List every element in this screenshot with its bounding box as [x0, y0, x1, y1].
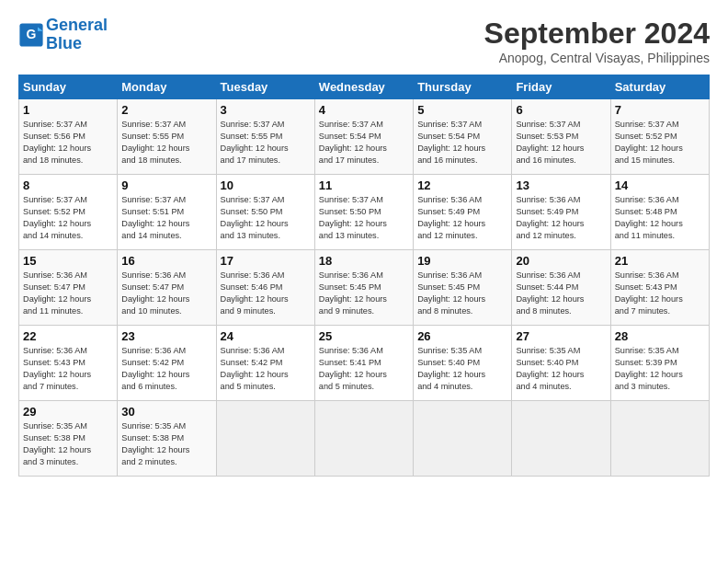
day-number: 27 [516, 329, 606, 343]
day-info: Sunrise: 5:35 AM Sunset: 5:40 PM Dayligh… [417, 345, 507, 393]
page-header: G General Blue September 2024 Anopog, Ce… [18, 17, 710, 65]
calendar-cell: 23Sunrise: 5:36 AM Sunset: 5:42 PM Dayli… [118, 326, 216, 401]
day-number: 9 [121, 178, 211, 192]
day-number: 5 [417, 103, 507, 117]
calendar-week-row: 22Sunrise: 5:36 AM Sunset: 5:43 PM Dayli… [19, 326, 710, 401]
day-info: Sunrise: 5:37 AM Sunset: 5:52 PM Dayligh… [615, 119, 705, 167]
day-info: Sunrise: 5:37 AM Sunset: 5:50 PM Dayligh… [319, 194, 409, 242]
day-number: 18 [319, 254, 409, 268]
day-number: 13 [516, 178, 606, 192]
day-number: 23 [121, 329, 211, 343]
calendar-table: Sunday Monday Tuesday Wednesday Thursday… [18, 75, 710, 477]
calendar-cell: 7Sunrise: 5:37 AM Sunset: 5:52 PM Daylig… [610, 99, 709, 175]
day-info: Sunrise: 5:35 AM Sunset: 5:39 PM Dayligh… [615, 345, 705, 393]
svg-text:G: G [27, 27, 37, 41]
calendar-cell: 6Sunrise: 5:37 AM Sunset: 5:53 PM Daylig… [512, 99, 610, 175]
calendar-cell: 20Sunrise: 5:36 AM Sunset: 5:44 PM Dayli… [512, 250, 610, 326]
day-info: Sunrise: 5:37 AM Sunset: 5:54 PM Dayligh… [319, 119, 409, 167]
day-info: Sunrise: 5:35 AM Sunset: 5:38 PM Dayligh… [23, 420, 113, 468]
calendar-cell: 14Sunrise: 5:36 AM Sunset: 5:48 PM Dayli… [610, 175, 709, 250]
day-info: Sunrise: 5:36 AM Sunset: 5:43 PM Dayligh… [615, 270, 705, 317]
calendar-cell: 16Sunrise: 5:36 AM Sunset: 5:47 PM Dayli… [118, 250, 216, 326]
location: Anopog, Central Visayas, Philippines [484, 51, 710, 65]
calendar-cell [610, 401, 709, 477]
calendar-cell: 17Sunrise: 5:36 AM Sunset: 5:46 PM Dayli… [216, 250, 314, 326]
calendar-cell: 19Sunrise: 5:36 AM Sunset: 5:45 PM Dayli… [414, 250, 512, 326]
day-number: 20 [516, 254, 606, 268]
day-info: Sunrise: 5:36 AM Sunset: 5:41 PM Dayligh… [319, 345, 409, 393]
day-info: Sunrise: 5:36 AM Sunset: 5:46 PM Dayligh… [221, 270, 311, 317]
day-info: Sunrise: 5:37 AM Sunset: 5:54 PM Dayligh… [417, 119, 507, 167]
day-number: 3 [221, 103, 311, 117]
month-title: September 2024 [484, 17, 710, 51]
day-number: 14 [615, 178, 705, 192]
calendar-cell: 8Sunrise: 5:37 AM Sunset: 5:52 PM Daylig… [19, 175, 118, 250]
calendar-cell: 30Sunrise: 5:35 AM Sunset: 5:38 PM Dayli… [118, 401, 216, 477]
day-number: 26 [417, 329, 507, 343]
day-info: Sunrise: 5:36 AM Sunset: 5:42 PM Dayligh… [221, 345, 311, 393]
day-info: Sunrise: 5:36 AM Sunset: 5:48 PM Dayligh… [615, 194, 705, 242]
calendar-cell: 28Sunrise: 5:35 AM Sunset: 5:39 PM Dayli… [610, 326, 709, 401]
day-info: Sunrise: 5:37 AM Sunset: 5:56 PM Dayligh… [23, 119, 113, 167]
day-info: Sunrise: 5:37 AM Sunset: 5:50 PM Dayligh… [221, 194, 311, 242]
day-info: Sunrise: 5:36 AM Sunset: 5:45 PM Dayligh… [417, 270, 507, 317]
day-info: Sunrise: 5:36 AM Sunset: 5:45 PM Dayligh… [319, 270, 409, 317]
calendar-cell: 13Sunrise: 5:36 AM Sunset: 5:49 PM Dayli… [512, 175, 610, 250]
day-number: 1 [23, 103, 113, 117]
calendar-cell: 22Sunrise: 5:36 AM Sunset: 5:43 PM Dayli… [19, 326, 118, 401]
calendar-cell [216, 401, 314, 477]
col-tuesday: Tuesday [216, 75, 314, 99]
calendar-cell: 21Sunrise: 5:36 AM Sunset: 5:43 PM Dayli… [610, 250, 709, 326]
col-wednesday: Wednesday [314, 75, 413, 99]
day-info: Sunrise: 5:36 AM Sunset: 5:42 PM Dayligh… [121, 345, 211, 393]
calendar-cell: 27Sunrise: 5:35 AM Sunset: 5:40 PM Dayli… [512, 326, 610, 401]
day-number: 12 [417, 178, 507, 192]
calendar-cell: 10Sunrise: 5:37 AM Sunset: 5:50 PM Dayli… [216, 175, 314, 250]
day-info: Sunrise: 5:36 AM Sunset: 5:47 PM Dayligh… [121, 270, 211, 317]
calendar-cell [512, 401, 610, 477]
day-number: 21 [615, 254, 705, 268]
day-info: Sunrise: 5:37 AM Sunset: 5:53 PM Dayligh… [516, 119, 606, 167]
day-number: 24 [221, 329, 311, 343]
calendar-week-row: 8Sunrise: 5:37 AM Sunset: 5:52 PM Daylig… [19, 175, 710, 250]
calendar-header-row: Sunday Monday Tuesday Wednesday Thursday… [19, 75, 710, 99]
day-info: Sunrise: 5:36 AM Sunset: 5:49 PM Dayligh… [417, 194, 507, 242]
col-monday: Monday [118, 75, 216, 99]
day-info: Sunrise: 5:37 AM Sunset: 5:51 PM Dayligh… [121, 194, 211, 242]
calendar-cell [414, 401, 512, 477]
day-number: 17 [221, 254, 311, 268]
day-number: 11 [319, 178, 409, 192]
day-number: 6 [516, 103, 606, 117]
calendar-week-row: 1Sunrise: 5:37 AM Sunset: 5:56 PM Daylig… [19, 99, 710, 175]
day-info: Sunrise: 5:36 AM Sunset: 5:44 PM Dayligh… [516, 270, 606, 317]
calendar-cell: 2Sunrise: 5:37 AM Sunset: 5:55 PM Daylig… [118, 99, 216, 175]
logo-icon: G [18, 22, 44, 48]
day-number: 16 [121, 254, 211, 268]
day-number: 10 [221, 178, 311, 192]
calendar-cell: 5Sunrise: 5:37 AM Sunset: 5:54 PM Daylig… [414, 99, 512, 175]
calendar-week-row: 29Sunrise: 5:35 AM Sunset: 5:38 PM Dayli… [19, 401, 710, 477]
calendar-cell: 15Sunrise: 5:36 AM Sunset: 5:47 PM Dayli… [19, 250, 118, 326]
day-info: Sunrise: 5:37 AM Sunset: 5:55 PM Dayligh… [221, 119, 311, 167]
day-info: Sunrise: 5:36 AM Sunset: 5:47 PM Dayligh… [23, 270, 113, 317]
calendar-cell: 26Sunrise: 5:35 AM Sunset: 5:40 PM Dayli… [414, 326, 512, 401]
day-number: 4 [319, 103, 409, 117]
day-number: 22 [23, 329, 113, 343]
calendar-cell [314, 401, 413, 477]
day-info: Sunrise: 5:35 AM Sunset: 5:38 PM Dayligh… [121, 420, 211, 468]
calendar-cell: 11Sunrise: 5:37 AM Sunset: 5:50 PM Dayli… [314, 175, 413, 250]
calendar-week-row: 15Sunrise: 5:36 AM Sunset: 5:47 PM Dayli… [19, 250, 710, 326]
calendar-cell: 1Sunrise: 5:37 AM Sunset: 5:56 PM Daylig… [19, 99, 118, 175]
day-number: 8 [23, 178, 113, 192]
calendar-cell: 24Sunrise: 5:36 AM Sunset: 5:42 PM Dayli… [216, 326, 314, 401]
calendar-cell: 4Sunrise: 5:37 AM Sunset: 5:54 PM Daylig… [314, 99, 413, 175]
day-number: 28 [615, 329, 705, 343]
calendar-cell: 25Sunrise: 5:36 AM Sunset: 5:41 PM Dayli… [314, 326, 413, 401]
calendar-cell: 12Sunrise: 5:36 AM Sunset: 5:49 PM Dayli… [414, 175, 512, 250]
day-info: Sunrise: 5:36 AM Sunset: 5:43 PM Dayligh… [23, 345, 113, 393]
col-sunday: Sunday [19, 75, 118, 99]
col-saturday: Saturday [610, 75, 709, 99]
col-friday: Friday [512, 75, 610, 99]
logo: G General Blue [18, 17, 108, 53]
day-number: 7 [615, 103, 705, 117]
